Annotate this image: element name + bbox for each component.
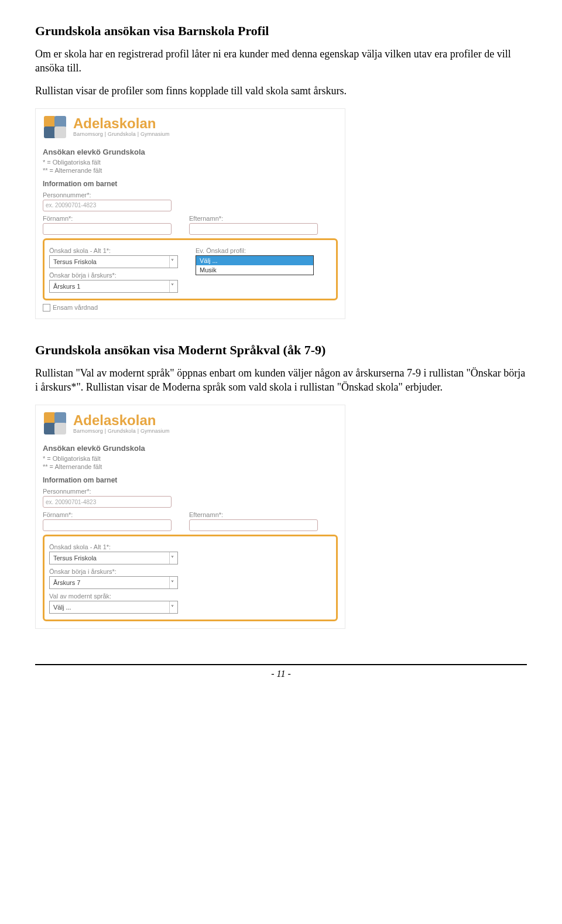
logo: Adelaskolan Barnomsorg | Grundskola | Gy… [43, 115, 338, 139]
arskurs-select[interactable]: Årskurs 1 ˅ [49, 280, 178, 293]
sprak-label: Val av modernt språk: [49, 593, 331, 600]
screenshot-2: Adelaskolan Barnomsorg | Grundskola | Gy… [35, 405, 345, 629]
profil-label: Ev. Önskad profil: [196, 247, 314, 254]
chevron-down-icon: ˅ [169, 256, 175, 268]
logo-name: Adelaskolan [73, 413, 170, 427]
footer-rule [35, 664, 527, 665]
onskad-skola-value: Tersus Friskola [53, 555, 97, 562]
section2-title: Grundskola ansökan visa Modernt Språkval… [35, 343, 527, 358]
ensam-vardnad-label: Ensam vårdnad [53, 304, 98, 311]
section2-p1: Rullistan "Val av modernt språk" öppnas … [35, 366, 527, 395]
fornamn-label: Förnamn*: [43, 511, 172, 518]
logo-subtitle: Barnomsorg | Grundskola | Gymnasium [73, 132, 170, 137]
personnummer-input[interactable]: ex. 20090701-4823 [43, 496, 172, 508]
efternamn-input[interactable] [189, 223, 318, 235]
arskurs-label: Önskar börja i årskurs*: [49, 272, 178, 279]
profil-option-valj[interactable]: Välj ... [196, 256, 313, 265]
form-note-alternating: ** = Alternerande fält [43, 463, 338, 470]
logo: Adelaskolan Barnomsorg | Grundskola | Gy… [43, 411, 338, 436]
personnummer-label: Personnummer*: [43, 488, 338, 495]
sprak-value: Välj ... [53, 604, 71, 611]
arskurs-value: Årskurs 7 [53, 579, 80, 586]
highlight-box-1: Önskad skola - Alt 1*: Tersus Friskola ˅… [43, 238, 338, 300]
onskad-skola-label: Önskad skola - Alt 1*: [49, 247, 178, 254]
ensam-vardnad-row[interactable]: Ensam vårdnad [43, 304, 338, 312]
efternamn-label: Efternamn*: [189, 215, 318, 222]
arskurs-select[interactable]: Årskurs 7 ˅ [49, 576, 178, 589]
logo-puzzle-icon [43, 411, 67, 436]
logo-puzzle-icon [43, 115, 67, 139]
form-subheading: Information om barnet [43, 180, 338, 188]
form-subheading: Information om barnet [43, 476, 338, 484]
logo-name: Adelaskolan [73, 117, 170, 131]
onskad-skola-label: Önskad skola - Alt 1*: [49, 543, 331, 550]
form-note-required: * = Obligatoriska fält [43, 455, 338, 462]
form-note-required: * = Obligatoriska fält [43, 159, 338, 166]
fornamn-input[interactable] [43, 223, 172, 235]
form-title: Ansökan elevkö Grundskola [43, 148, 338, 156]
onskad-skola-select[interactable]: Tersus Friskola ˅ [49, 552, 178, 564]
screenshot-1: Adelaskolan Barnomsorg | Grundskola | Gy… [35, 108, 345, 319]
chevron-down-icon: ˅ [169, 601, 175, 613]
efternamn-input[interactable] [189, 519, 318, 531]
personnummer-label: Personnummer*: [43, 191, 338, 199]
highlight-box-2: Önskad skola - Alt 1*: Tersus Friskola ˅… [43, 535, 338, 621]
chevron-down-icon: ˅ [169, 280, 175, 292]
form-title: Ansökan elevkö Grundskola [43, 444, 338, 453]
arskurs-label: Önskar börja i årskurs*: [49, 568, 331, 575]
page-number: - 11 - [35, 669, 527, 679]
section1-p2: Rullistan visar de profiler som finns ko… [35, 84, 527, 98]
section1-p1: Om er skola har en registrerad profil lå… [35, 47, 527, 76]
onskad-skola-value: Tersus Friskola [53, 258, 97, 265]
form-note-alternating: ** = Alternerande fält [43, 167, 338, 174]
ensam-vardnad-checkbox[interactable] [43, 304, 50, 312]
profil-option-musik[interactable]: Musik [196, 265, 313, 275]
fornamn-label: Förnamn*: [43, 215, 172, 222]
chevron-down-icon: ˅ [169, 577, 175, 588]
sprak-select[interactable]: Välj ... ˅ [49, 601, 178, 614]
profil-listbox[interactable]: Välj ... Musik [196, 255, 314, 275]
personnummer-input[interactable]: ex. 20090701-4823 [43, 200, 172, 211]
fornamn-input[interactable] [43, 519, 172, 531]
efternamn-label: Efternamn*: [189, 511, 318, 518]
section1-title: Grundskola ansökan visa Barnskola Profil [35, 23, 527, 39]
personnummer-placeholder: ex. 20090701-4823 [46, 499, 96, 505]
logo-subtitle: Barnomsorg | Grundskola | Gymnasium [73, 429, 170, 434]
onskad-skola-select[interactable]: Tersus Friskola ˅ [49, 255, 178, 268]
chevron-down-icon: ˅ [169, 552, 175, 564]
personnummer-placeholder: ex. 20090701-4823 [46, 202, 96, 208]
arskurs-value: Årskurs 1 [53, 283, 80, 290]
